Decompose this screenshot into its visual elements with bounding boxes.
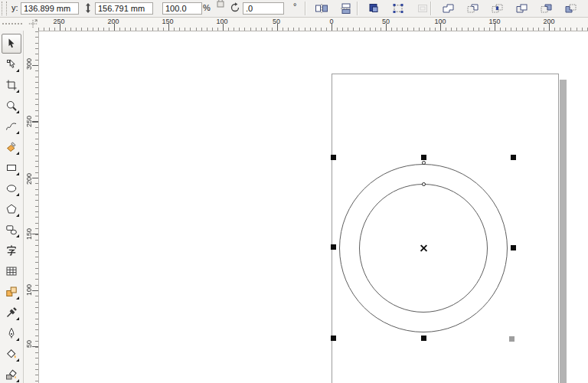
freehand-tool[interactable] — [2, 116, 21, 136]
toolbar-separator — [305, 2, 306, 15]
edit-fill-button[interactable] — [363, 1, 384, 16]
create-boundary-button[interactable] — [585, 1, 588, 16]
simplify-button[interactable] — [511, 1, 532, 16]
fill-tool[interactable] — [2, 344, 21, 364]
mirror-group — [311, 1, 356, 16]
h-ruler-label: 150 — [488, 18, 500, 25]
shaping-group — [438, 1, 588, 16]
ruler-origin-button[interactable] — [28, 18, 38, 29]
crop-tool[interactable] — [2, 75, 21, 95]
app-window: y: % ° 25020015010050050100150200 3002 — [0, 0, 588, 383]
outline-pen-tool[interactable] — [2, 323, 21, 343]
flyout-indicator-icon — [16, 110, 19, 113]
v-ruler-label: 200 — [25, 173, 33, 185]
degree-label: ° — [293, 2, 296, 11]
flyout-indicator-icon — [16, 338, 19, 341]
rotation-angle-field[interactable] — [243, 2, 284, 15]
flyout-indicator-icon — [16, 214, 19, 217]
object-height-icon — [83, 2, 93, 14]
interactive-fill-tool[interactable] — [2, 365, 21, 383]
flyout-indicator-icon — [16, 131, 19, 134]
vertical-ruler-ticks — [24, 31, 38, 383]
h-ruler-label: 200 — [543, 18, 554, 25]
smart-fill-tool[interactable] — [2, 137, 21, 157]
flyout-indicator-icon — [16, 379, 19, 382]
ellipse-tool[interactable] — [2, 178, 21, 198]
polygon-tool[interactable] — [2, 199, 21, 219]
h-ruler-label: 200 — [107, 18, 119, 25]
shape-tool[interactable] — [2, 54, 21, 74]
h-ruler-label: 100 — [434, 18, 446, 25]
back-minus-front-button[interactable] — [560, 1, 581, 16]
flyout-indicator-icon — [16, 172, 19, 175]
h-ruler-label: 50 — [273, 18, 280, 25]
horizontal-ruler-ticks — [38, 17, 588, 31]
property-bar: y: % ° — [0, 0, 588, 18]
ellipse-node[interactable] — [422, 161, 426, 165]
v-ruler-label: 50 — [25, 340, 33, 348]
table-tool[interactable] — [2, 261, 21, 281]
flyout-indicator-icon — [16, 234, 19, 237]
weld-button[interactable] — [438, 1, 459, 16]
h-ruler-label: 100 — [216, 18, 227, 25]
selection-handle[interactable] — [331, 336, 336, 341]
scale-factor-field[interactable] — [162, 2, 202, 15]
flyout-indicator-icon — [16, 193, 19, 196]
front-minus-back-button[interactable] — [536, 1, 557, 16]
h-ruler-label: 50 — [382, 18, 390, 25]
h-ruler-label: 250 — [53, 18, 64, 25]
h-ruler-label: 150 — [162, 18, 173, 25]
drawing-canvas[interactable] — [0, 0, 588, 383]
basic-shapes-tool[interactable] — [2, 220, 21, 240]
ellipse-node[interactable] — [422, 182, 426, 186]
y-position-field[interactable] — [21, 2, 79, 15]
table-icon — [5, 265, 18, 277]
pick-tool[interactable] — [2, 34, 21, 54]
flyout-indicator-icon — [16, 69, 19, 72]
toolbar-separator — [357, 2, 358, 15]
treat-as-filled-button[interactable] — [387, 1, 408, 16]
flyout-indicator-icon — [16, 90, 19, 93]
vertical-ruler[interactable]: 30025020015010050 — [24, 31, 39, 383]
convert-outline-button — [412, 1, 433, 16]
v-ruler-label: 250 — [25, 116, 33, 127]
toolbar-grip[interactable] — [2, 2, 7, 15]
toolbox — [0, 31, 24, 383]
blend-tool[interactable] — [2, 282, 21, 302]
flyout-indicator-icon — [16, 358, 19, 362]
toolbar-separator — [430, 2, 432, 15]
flyout-indicator-icon — [16, 296, 19, 300]
selection-center-mark[interactable] — [420, 244, 428, 252]
selection-handle[interactable] — [421, 336, 426, 341]
intersect-button[interactable] — [487, 1, 508, 16]
selection-handle[interactable] — [511, 155, 516, 160]
object-size-field[interactable] — [95, 2, 153, 15]
pick-icon — [5, 38, 18, 50]
eyedropper-tool[interactable] — [2, 303, 21, 322]
trim-button[interactable] — [462, 1, 483, 16]
flyout-indicator-icon — [16, 152, 19, 155]
rectangle-tool[interactable] — [2, 158, 21, 178]
h-ruler-label: 0 — [329, 18, 333, 25]
selection-handle[interactable] — [331, 155, 336, 160]
v-ruler-label: 300 — [25, 58, 33, 70]
lock-ratio-icon[interactable] — [216, 0, 225, 8]
ruler-grip[interactable] — [2, 23, 22, 25]
mirror-horizontal-button[interactable] — [311, 1, 332, 16]
zoom-tool[interactable] — [2, 96, 21, 116]
v-ruler-label: 150 — [25, 228, 33, 240]
selection-handle[interactable] — [331, 244, 336, 250]
text-tool[interactable] — [2, 241, 21, 260]
v-ruler-label: 100 — [25, 284, 33, 296]
selection-handle[interactable] — [511, 245, 516, 250]
page-shadow — [560, 80, 567, 383]
selection-handle[interactable] — [421, 155, 426, 160]
horizontal-ruler[interactable]: 25020015010050050100150200 — [0, 17, 588, 31]
mirror-vertical-button[interactable] — [335, 1, 356, 16]
percent-label: % — [203, 3, 211, 12]
edit-group — [363, 1, 433, 16]
rotation-angle-icon — [230, 2, 240, 13]
text-icon — [5, 244, 18, 257]
selection-handle[interactable] — [509, 336, 514, 342]
flyout-indicator-icon — [16, 317, 19, 320]
